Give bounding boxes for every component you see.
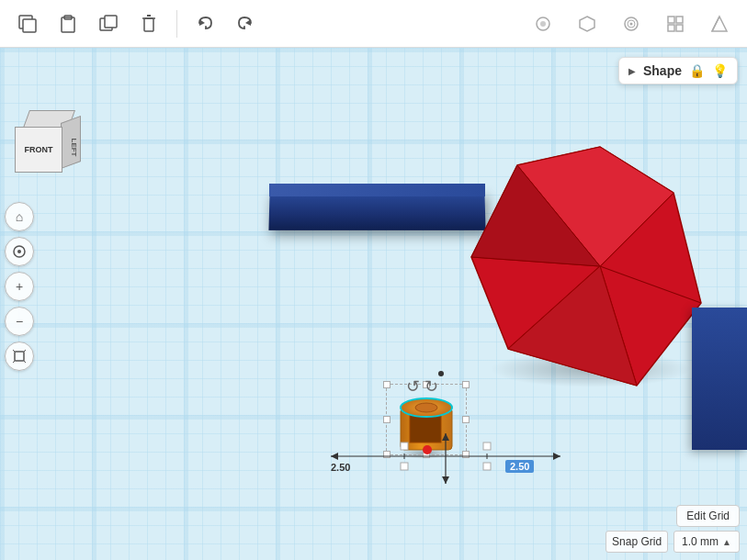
- lock-icon[interactable]: 🔒: [689, 63, 705, 78]
- svg-point-12: [540, 21, 546, 27]
- object-btn[interactable]: [569, 6, 606, 42]
- delete-button[interactable]: [130, 6, 167, 42]
- home-button[interactable]: ⌂: [5, 202, 34, 231]
- svg-rect-56: [483, 442, 491, 450]
- bottom-right-controls: Edit Grid Snap Grid 1.0 mm ▲: [606, 505, 740, 553]
- camera-btn[interactable]: [613, 6, 650, 42]
- toolbar-separator-1: [176, 10, 177, 38]
- svg-rect-55: [401, 442, 408, 450]
- cube-front-label: FRONT: [25, 145, 53, 154]
- duplicate-button[interactable]: [90, 6, 127, 42]
- svg-rect-20: [676, 25, 683, 31]
- shape-panel-title: Shape: [643, 63, 682, 78]
- snap-value-selector[interactable]: 1.0 mm ▲: [673, 531, 740, 553]
- svg-marker-47: [331, 453, 338, 460]
- svg-marker-49: [442, 433, 449, 441]
- dimension-label-right[interactable]: 2.50: [505, 460, 534, 473]
- fit-button[interactable]: [5, 237, 34, 266]
- toolbar-right: [525, 6, 738, 42]
- svg-rect-17: [668, 17, 674, 23]
- zoom-in-button[interactable]: +: [5, 272, 34, 301]
- rotation-arrows: ↺ ↻: [406, 376, 438, 397]
- svg-line-29: [24, 361, 26, 363]
- dimension-label-left: 2.50: [331, 462, 350, 473]
- view-btn[interactable]: [701, 6, 738, 42]
- blue-box-right[interactable]: [692, 308, 747, 450]
- redo-button[interactable]: [227, 6, 264, 42]
- svg-rect-53: [401, 463, 408, 470]
- left-nav: ⌂ + −: [5, 202, 34, 371]
- svg-rect-1: [23, 19, 36, 32]
- svg-line-27: [24, 350, 26, 352]
- svg-marker-9: [199, 19, 205, 26]
- edit-grid-button[interactable]: Edit Grid: [676, 505, 740, 527]
- red-polyhedron[interactable]: [453, 119, 706, 395]
- shape-panel-arrow[interactable]: ▶: [628, 66, 636, 76]
- viewport[interactable]: FRONT LEFT ⌂ + − ▶ Shape 🔒 💡: [0, 48, 747, 560]
- light-icon-btn[interactable]: [525, 6, 561, 42]
- svg-line-28: [13, 361, 15, 363]
- shape-panel: ▶ Shape 🔒 💡: [618, 57, 738, 84]
- svg-marker-13: [580, 17, 594, 31]
- snap-grid-label: Snap Grid: [606, 531, 668, 553]
- svg-point-16: [630, 22, 633, 25]
- dimension-lines: [312, 424, 579, 488]
- svg-line-26: [13, 350, 15, 352]
- svg-line-22: [712, 17, 719, 31]
- svg-rect-54: [483, 463, 491, 470]
- rotation-cursor: [438, 371, 444, 376]
- 3d-scene: ↺ ↻: [0, 48, 747, 560]
- svg-rect-18: [676, 17, 683, 23]
- svg-rect-25: [15, 352, 24, 361]
- cube-left-label: LEFT: [70, 139, 78, 157]
- toolbar: [0, 0, 747, 48]
- svg-marker-21: [712, 17, 727, 31]
- grid-btn[interactable]: [657, 6, 694, 42]
- paste-button[interactable]: [50, 6, 86, 42]
- svg-rect-19: [668, 25, 674, 31]
- svg-rect-5: [105, 16, 117, 28]
- handle-lm[interactable]: [383, 416, 390, 423]
- svg-rect-6: [144, 18, 153, 31]
- handle-tl[interactable]: [383, 381, 390, 388]
- view-cube[interactable]: FRONT LEFT: [13, 110, 96, 193]
- zoom-out-button[interactable]: −: [5, 307, 34, 336]
- eye-icon[interactable]: 💡: [712, 63, 728, 78]
- svg-point-44: [415, 403, 437, 412]
- handle-rm[interactable]: [462, 416, 470, 423]
- perspective-button[interactable]: [5, 342, 34, 371]
- undo-button[interactable]: [187, 6, 223, 42]
- svg-marker-50: [442, 476, 449, 484]
- snap-arrow-icon: ▲: [722, 537, 731, 547]
- svg-marker-10: [245, 19, 251, 26]
- copy-stamp-button[interactable]: [9, 6, 46, 42]
- svg-point-24: [17, 250, 21, 253]
- svg-marker-48: [553, 453, 560, 460]
